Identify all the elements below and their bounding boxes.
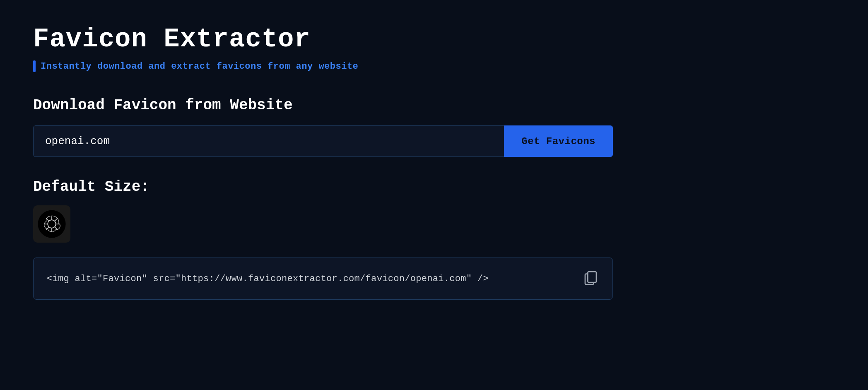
svg-point-0 [38,210,65,238]
blue-accent-bar [33,60,36,72]
code-text: <img alt="Favicon" src="https://www.favi… [47,274,489,284]
favicon-preview [33,205,70,243]
page-title: Favicon Extractor [33,25,835,54]
copy-button[interactable] [583,270,599,288]
subtitle-text: Instantly download and extract favicons … [41,61,358,72]
code-block: <img alt="Favicon" src="https://www.favi… [33,258,613,300]
favicon-image [37,209,66,238]
get-favicons-button[interactable]: Get Favicons [504,125,613,157]
default-size-label: Default Size: [33,178,835,195]
section-title: Download Favicon from Website [33,97,835,114]
clipboard-icon [584,271,598,286]
svg-rect-3 [588,272,596,283]
url-input[interactable] [33,125,504,157]
subtitle-wrapper: Instantly download and extract favicons … [33,60,835,72]
url-input-row: Get Favicons [33,125,613,157]
